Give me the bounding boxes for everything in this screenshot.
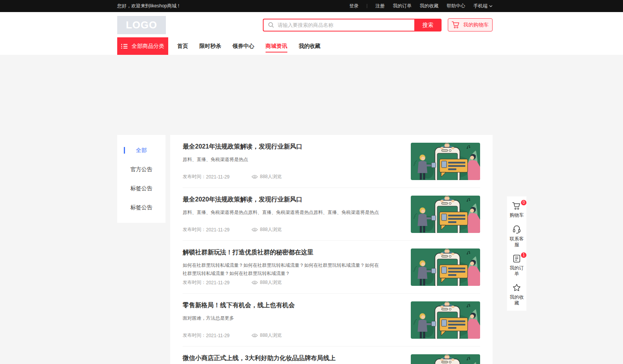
sidebar-item-label: 全部 [136,147,147,154]
rail-customer-service-label: 联系客服 [509,236,524,248]
search-group: 搜索 [263,19,442,32]
view-count: 888人浏览 [260,332,282,339]
order-document-icon [513,254,521,263]
article-row[interactable]: 零售新格局！线下有机会，线上也有机会 面对困难，方法总是更多 发布时间： 202… [183,294,480,346]
search-input[interactable] [263,19,414,32]
article-thumbnail[interactable] [411,354,480,364]
cart-count-badge: 0 [521,200,526,205]
rail-cart-label: 购物车 [509,212,524,218]
rail-cart[interactable]: 0 购物车 [509,202,524,218]
my-favorites-link[interactable]: 我的收藏 [420,3,438,9]
eye-icon [252,228,258,232]
register-link[interactable]: 注册 [375,3,385,9]
nav-item-flash-sale[interactable]: 限时秒杀 [199,37,221,55]
article-illustration [411,248,480,286]
article-desc: 原料、直播、免税渠道将是热点 [183,156,379,163]
headset-icon [512,225,521,234]
sidebar-item-all[interactable]: 全部 [117,141,165,160]
publish-date: 2021-11-29 [206,333,230,338]
view-count: 888人浏览 [260,226,282,233]
active-indicator [124,147,125,154]
all-categories-button[interactable]: 全部商品分类 [117,37,168,55]
header: LOGO 搜索 我的购物车 [0,12,623,37]
view-count: 888人浏览 [260,279,282,286]
article-thumbnail[interactable] [411,301,480,339]
article-row[interactable]: 解锁社群新玩法！打造优质社群的秘密都在这里 如何在社群里玩转私域流量？如何在社群… [183,241,480,294]
navbar: 全部商品分类 首页 限时秒杀 领券中心 商城资讯 我的收藏 [0,37,623,55]
publish-date: 2021-11-29 [206,227,230,233]
publish-date-label: 发布时间： [183,173,206,180]
sidebar-item-tag-notice-1[interactable]: 标签公告 [117,179,165,198]
my-orders-link[interactable]: 我的订单 [393,3,412,9]
publish-date-label: 发布时间： [183,226,206,233]
article-title[interactable]: 最全2020年法规政策解读，发现行业新风口 [183,196,379,203]
article-illustration [411,354,480,364]
main-content: 全部 官方公告 标签公告 标签公告 最全2021年法规政策解读，发现行业新风口 … [117,135,493,364]
nav-item-my-favorites[interactable]: 我的收藏 [299,37,320,55]
sidebar-item-official-notice[interactable]: 官方公告 [117,160,165,179]
logo[interactable]: LOGO [117,16,166,34]
publish-date-label: 发布时间： [183,332,206,339]
rail-customer-service[interactable]: 联系客服 [509,225,524,248]
rail-my-favorites[interactable]: 我的收藏 [509,284,524,306]
article-meta: 发布时间： 2021-11-29 888人浏览 [183,279,379,286]
cart-icon [452,21,460,29]
rail-my-orders-label: 我的订单 [509,265,524,277]
article-desc: 如何在社群里玩转私域流量？如何在社群里玩转私域流量？如何在社群里玩转私域流量？如… [183,261,379,277]
publish-date: 2021-11-29 [206,280,230,285]
article-title[interactable]: 解锁社群新玩法！打造优质社群的秘密都在这里 [183,248,379,256]
floating-toolbar: 0 购物车 联系客服 1 我的订单 我的收藏 [507,196,526,311]
article-title[interactable]: 微信小商店正式上线，3大利好助力化妆品品牌布局线上 [183,354,379,362]
article-title[interactable]: 零售新格局！线下有机会，线上也有机会 [183,301,379,309]
sidebar-item-label: 标签公告 [130,204,152,211]
article-thumbnail[interactable] [411,196,480,233]
login-link[interactable]: 登录 [349,3,359,9]
sidebar-item-label: 标签公告 [130,185,152,192]
article-row[interactable]: 最全2021年法规政策解读，发现行业新风口 原料、直播、免税渠道将是热点 发布时… [183,135,480,188]
welcome-text: 您好，欢迎来到likeshop商城！ [117,3,181,9]
article-thumbnail[interactable] [411,248,480,286]
article-illustration [411,143,480,180]
nav-item-coupon-center[interactable]: 领券中心 [232,37,254,55]
article-meta: 发布时间： 2021-11-29 888人浏览 [183,332,379,339]
my-cart-label: 我的购物车 [463,21,489,28]
nav-item-mall-news[interactable]: 商城资讯 [266,37,287,55]
article-thumbnail[interactable] [411,143,480,180]
cart-icon [512,202,521,210]
eye-icon [252,333,258,338]
star-icon [512,284,521,292]
eye-icon [252,280,258,285]
article-row[interactable]: 微信小商店正式上线，3大利好助力化妆品品牌布局线上 [183,346,480,364]
all-categories-label: 全部商品分类 [132,43,164,50]
sidebar-item-tag-notice-2[interactable]: 标签公告 [117,198,165,217]
help-center-link[interactable]: 帮助中心 [447,3,465,9]
article-list: 最全2021年法规政策解读，发现行业新风口 原料、直播、免税渠道将是热点 发布时… [170,135,493,364]
eye-icon [252,175,258,179]
publish-date: 2021-11-29 [206,174,230,180]
mobile-link[interactable]: 手机端 [473,3,493,9]
search-button[interactable]: 搜索 [414,19,442,32]
orders-count-badge: 1 [521,252,526,258]
sidebar-item-label: 官方公告 [130,166,152,173]
my-cart-button[interactable]: 我的购物车 [448,18,493,32]
chevron-down-icon [489,5,493,7]
article-desc: 原料、直播、免税渠道将是热点原料、直播、免税渠道将是热点原料、直播、免税渠道将是… [183,208,379,216]
article-meta: 发布时间： 2021-11-29 888人浏览 [183,173,379,180]
article-title[interactable]: 最全2021年法规政策解读，发现行业新风口 [183,143,379,150]
rail-my-favorites-label: 我的收藏 [509,294,524,306]
article-meta: 发布时间： 2021-11-29 888人浏览 [183,226,379,233]
article-illustration [411,301,480,339]
category-list-icon [121,44,128,49]
article-illustration [411,196,480,233]
article-row[interactable]: 最全2020年法规政策解读，发现行业新风口 原料、直播、免税渠道将是热点原料、直… [183,188,480,241]
topbar-divider [367,4,367,8]
nav-item-home[interactable]: 首页 [177,37,188,55]
article-desc: 面对困难，方法总是更多 [183,314,379,322]
rail-my-orders[interactable]: 1 我的订单 [509,254,524,277]
view-count: 888人浏览 [260,173,282,180]
nav-items: 首页 限时秒杀 领券中心 商城资讯 我的收藏 [177,37,332,55]
search-icon [268,22,274,28]
mobile-label: 手机端 [473,3,487,9]
topbar: 您好，欢迎来到likeshop商城！ 登录 注册 我的订单 我的收藏 帮助中心 … [0,0,623,12]
news-category-sidebar: 全部 官方公告 标签公告 标签公告 [117,135,165,223]
